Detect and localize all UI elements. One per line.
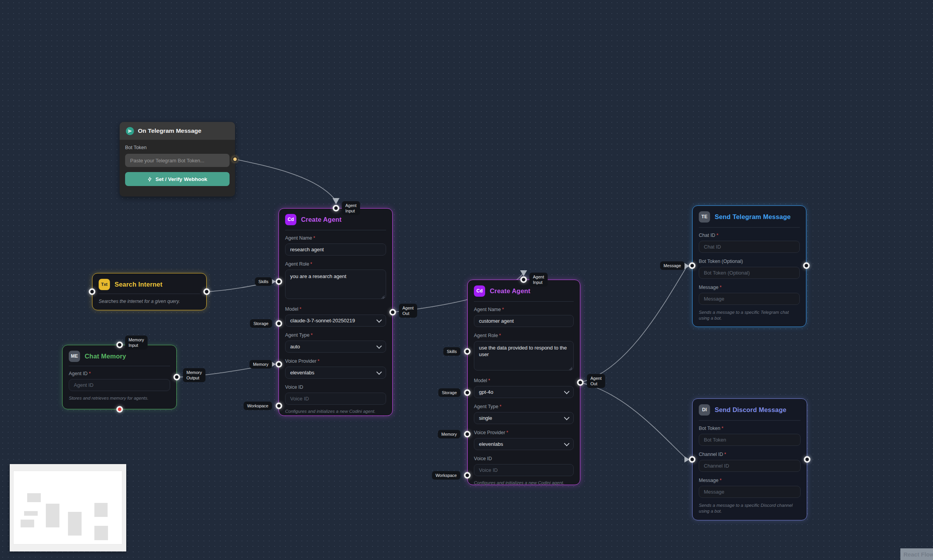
port-agent1-memory[interactable]: [276, 361, 282, 368]
chevron-down-icon: [376, 317, 382, 322]
minimap[interactable]: [10, 464, 126, 551]
model-select[interactable]: gpt-4o: [474, 386, 574, 398]
node-send-telegram-message[interactable]: TE Send Telegram Message Chat ID* Bot To…: [692, 205, 806, 327]
agent-role-label: Agent Role: [474, 333, 498, 338]
required-marker: *: [500, 404, 501, 409]
set-verify-webhook-button[interactable]: Set / Verify Webhook: [125, 172, 230, 186]
model-label: Model: [474, 378, 487, 383]
node-description: Configures and initializes a new Codini …: [474, 480, 574, 486]
node-title: Chat Memory: [85, 353, 126, 360]
chevron-down-icon: [376, 343, 382, 348]
port-agent2-skills[interactable]: [464, 348, 471, 355]
message-input[interactable]: [699, 486, 801, 498]
send-telegram-badge: TE: [699, 211, 710, 223]
voice-id-label: Voice ID: [474, 456, 574, 461]
node-on-telegram-message[interactable]: On Telegram Message Bot Token Set / Veri…: [120, 122, 235, 197]
port-label-agent-input: AgentInput: [342, 201, 360, 215]
voice-provider-selected-value: elevenlabs: [290, 370, 314, 376]
minimap-node: [94, 503, 108, 517]
agent-type-select[interactable]: single: [474, 412, 574, 424]
agent-id-input[interactable]: [69, 379, 170, 391]
port-agent1-skills[interactable]: [276, 278, 282, 285]
chat-id-input[interactable]: [699, 241, 800, 253]
node-title: On Telegram Message: [138, 127, 201, 134]
port-agent2-memory[interactable]: [464, 431, 471, 438]
divider: [699, 227, 800, 228]
port-search-input[interactable]: [89, 289, 96, 295]
port-agent1-agent-out[interactable]: [390, 309, 396, 316]
node-chat-memory[interactable]: ME Chat Memory Agent ID* Stores and retr…: [62, 345, 177, 409]
port-agent2-agent-input[interactable]: [520, 277, 527, 283]
node-description: Sends a message to a specific Discord ch…: [699, 503, 801, 514]
divider: [699, 420, 801, 421]
minimap-node: [94, 526, 108, 540]
node-create-agent-2[interactable]: Cd Create Agent Agent Name* Agent Role* …: [467, 280, 580, 485]
agent-role-textarea[interactable]: use the data provided to respond to the …: [474, 341, 574, 370]
required-marker: *: [311, 332, 313, 338]
agent-role-textarea[interactable]: you are a research agent: [285, 270, 386, 299]
minimap-node: [21, 520, 34, 527]
voice-provider-label: Voice Provider: [474, 430, 505, 435]
port-label-memory: Memory: [249, 360, 272, 369]
node-description: Sends a message to a specific Telegram c…: [699, 310, 800, 321]
node-title: Send Discord Message: [715, 406, 787, 414]
message-label: Message: [699, 478, 719, 483]
port-label-agent-out: AgentOut: [587, 374, 605, 388]
port-agent2-agent-out[interactable]: [577, 379, 584, 386]
port-agent1-agent-input[interactable]: [333, 205, 339, 212]
bot-token-input[interactable]: [125, 154, 230, 167]
port-label-skills: Skills: [255, 277, 272, 286]
required-marker: *: [89, 371, 91, 376]
node-create-agent-1[interactable]: Cd Create Agent Agent Name* Agent Role* …: [279, 208, 393, 416]
minimap-node: [27, 493, 41, 502]
port-agent2-storage[interactable]: [464, 390, 471, 396]
port-agent1-workspace[interactable]: [276, 403, 282, 409]
voice-provider-select[interactable]: elevenlabs: [285, 367, 386, 379]
edge-telegram-to-agent1: [235, 159, 334, 199]
required-marker: *: [313, 235, 315, 241]
agent-name-input[interactable]: [474, 315, 574, 327]
port-memory-output[interactable]: [174, 374, 180, 381]
model-select[interactable]: claude-3-7-sonnet-20250219: [285, 315, 386, 327]
chat-id-label: Chat ID: [699, 233, 715, 238]
model-selected-value: claude-3-7-sonnet-20250219: [290, 318, 355, 323]
node-search-internet[interactable]: Txt Search Internet Searches the interne…: [92, 273, 207, 310]
port-telegram-output[interactable]: [232, 157, 238, 162]
required-marker: *: [507, 430, 508, 435]
port-label-memory-output: MemoryOutput: [183, 368, 205, 382]
message-input[interactable]: [699, 293, 800, 305]
port-agent1-storage[interactable]: [276, 320, 282, 327]
edge-arrowhead: [332, 198, 339, 204]
agent-type-label: Agent Type: [474, 404, 498, 409]
port-agent2-workspace[interactable]: [464, 472, 471, 479]
port-send-discord-message-in[interactable]: [689, 456, 696, 463]
port-label-workspace: Workspace: [432, 471, 460, 480]
voice-provider-label: Voice Provider: [285, 358, 317, 364]
port-send-discord-out[interactable]: [804, 456, 811, 463]
port-memory-bottom[interactable]: [117, 406, 123, 413]
port-label-skills: Skills: [443, 347, 460, 356]
voice-id-input[interactable]: [474, 464, 574, 476]
voice-id-label: Voice ID: [285, 384, 386, 390]
channel-id-label: Channel ID: [699, 452, 723, 457]
react-flow-attribution: React Flow: [900, 548, 933, 560]
port-search-output[interactable]: [204, 289, 210, 295]
bot-token-input[interactable]: [699, 267, 800, 279]
voice-provider-select[interactable]: elevenlabs: [474, 438, 574, 450]
port-memory-input[interactable]: [117, 342, 123, 348]
required-marker: *: [488, 378, 490, 383]
voice-id-input[interactable]: [285, 393, 386, 405]
channel-id-input[interactable]: [699, 460, 801, 472]
search-internet-badge: Txt: [99, 279, 110, 290]
edge-agent2-to-telegram: [580, 268, 686, 383]
flow-canvas[interactable]: On Telegram Message Bot Token Set / Veri…: [0, 0, 933, 560]
port-send-telegram-out[interactable]: [803, 263, 810, 269]
agent-name-input[interactable]: [285, 243, 386, 256]
required-marker: *: [310, 261, 312, 267]
bot-token-label: Bot Token: [699, 426, 720, 431]
port-send-telegram-message-in[interactable]: [689, 263, 696, 269]
bot-token-input[interactable]: [699, 434, 801, 446]
required-marker: *: [299, 306, 301, 312]
node-send-discord-message[interactable]: DI Send Discord Message Bot Token* Chann…: [692, 398, 807, 520]
agent-type-select[interactable]: auto: [285, 341, 386, 353]
